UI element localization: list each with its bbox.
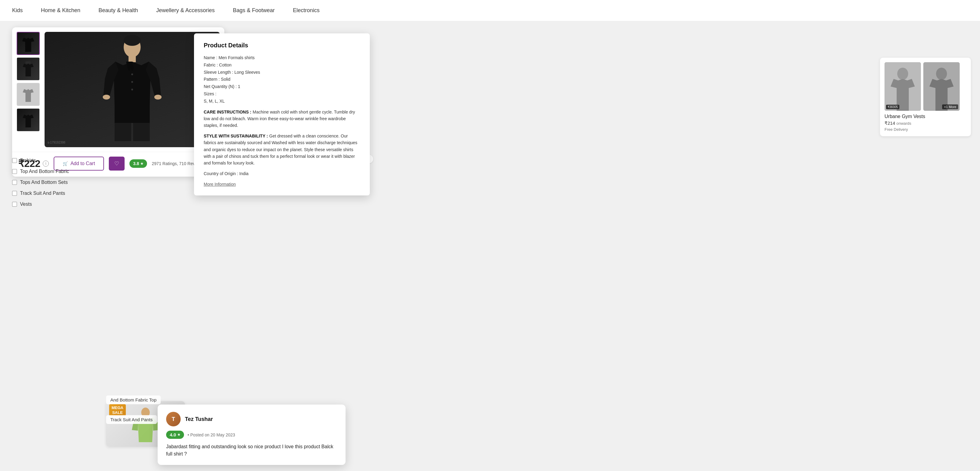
- nav-bags-footwear[interactable]: Bags & Footwear: [233, 7, 275, 14]
- review-popup: T Tez Tushar 4.0 ★ • Posted on 20 May 20…: [158, 404, 345, 465]
- review-text: Jabardast fitting and outstanding look s…: [166, 443, 337, 458]
- review-rating-row: 4.0 ★ • Posted on 20 May 2023: [166, 431, 337, 439]
- filter-track-suit-label: Track Suit And Pants: [20, 191, 65, 196]
- detail-origin: Country of Origin : India: [204, 170, 360, 177]
- detail-sizes-label: Sizes :: [204, 91, 360, 98]
- wishlist-button[interactable]: ♡: [109, 156, 124, 171]
- main-product-image[interactable]: ↔ STRETCH: [45, 32, 220, 147]
- navbar: Kids Home & Kitchen Beauty & Health Jewe…: [0, 0, 980, 21]
- rating-value: 3.8: [133, 161, 139, 166]
- svg-point-3: [124, 35, 141, 46]
- product-details-popup: Product Details Name : Men Formals shirt…: [194, 34, 370, 195]
- svg-point-11: [154, 95, 162, 99]
- nav-kids[interactable]: Kids: [12, 7, 23, 14]
- review-date: • Posted on 20 May 2023: [188, 433, 235, 437]
- heart-icon: ♡: [114, 161, 119, 167]
- rating-star-icon: ★: [140, 162, 143, 166]
- detail-quantity: Net Quantity (N) : 1: [204, 83, 360, 91]
- filter-tops-bottom-sets-label: Tops And Bottom Sets: [20, 180, 68, 185]
- style-title: STYLE WITH SUSTAINABILITY :: [204, 134, 268, 138]
- right-price-value: ₹214: [885, 120, 895, 126]
- right-free-delivery: Free Delivery: [885, 127, 966, 132]
- product-image-section: ↔ STRETCH: [12, 27, 224, 152]
- right-product-price: ₹214 onwards: [885, 120, 966, 126]
- style-section: STYLE WITH SUSTAINABILITY : Get dressed …: [204, 133, 360, 167]
- detail-fabric: Fabric : Cotton: [204, 62, 360, 69]
- filter-tshirts-label: T-shirts: [20, 158, 36, 163]
- filter-tops-bottom-sets[interactable]: Tops And Bottom Sets: [12, 180, 69, 185]
- sale-label: SALE: [111, 410, 123, 415]
- product-details-title: Product Details: [204, 42, 360, 49]
- reviewer-avatar: T: [166, 412, 181, 426]
- mega-sale-badge: MEGA SALE: [109, 404, 126, 416]
- right-product-images: ₹38305 +1 More: [885, 62, 966, 111]
- filter-tshirts-checkbox[interactable]: [12, 158, 17, 163]
- detail-sizes-value: S, M, L, XL: [204, 98, 360, 105]
- reviewer-name: Tez Tushar: [185, 416, 213, 422]
- filter-tshirts[interactable]: T-shirts: [12, 158, 69, 163]
- svg-rect-9: [133, 123, 150, 141]
- right-product-name: Urbane Gym Vests: [885, 114, 966, 119]
- filter-track-suit[interactable]: Track Suit And Pants: [12, 191, 69, 196]
- right-img-2[interactable]: +1 More: [923, 62, 960, 111]
- care-title: CARE INSTRUCTIONS :: [204, 110, 251, 114]
- review-rating-value: 4.0: [170, 432, 176, 437]
- filter-vests[interactable]: Vests: [12, 201, 69, 207]
- thumbnail-1[interactable]: [17, 32, 40, 55]
- product-rating-badge: 3.8 ★: [129, 159, 147, 168]
- svg-rect-8: [115, 123, 131, 141]
- filter-vests-label: Vests: [20, 201, 32, 207]
- thumbnail-4[interactable]: [17, 109, 40, 131]
- svg-point-7: [131, 89, 133, 91]
- svg-rect-1: [25, 61, 31, 64]
- detail-sleeve: Sleeve Length : Long Sleeves: [204, 69, 360, 76]
- filter-track-suit-checkbox[interactable]: [12, 191, 17, 196]
- track-suit-label: Track Suit And Pants: [106, 415, 157, 424]
- svg-rect-4: [129, 56, 136, 62]
- filter-top-bottom-fabric-label: Top And Bottom Fabric: [20, 169, 69, 174]
- svg-point-10: [103, 95, 110, 99]
- sidebar-filters: T-shirts Top And Bottom Fabric Tops And …: [12, 158, 69, 212]
- more-info-link[interactable]: More Information: [204, 182, 236, 187]
- product-image-bg: [45, 32, 220, 147]
- detail-name: Name : Men Formals shirts: [204, 54, 360, 62]
- svg-point-13: [897, 68, 908, 80]
- more-badge: +1 More: [942, 104, 958, 109]
- filter-tops-bottom-sets-checkbox[interactable]: [12, 180, 17, 185]
- svg-point-6: [131, 81, 133, 83]
- main-content: ↔ STRETCH: [0, 21, 980, 471]
- svg-rect-0: [25, 35, 31, 38]
- svg-point-15: [936, 68, 947, 80]
- filter-top-bottom-fabric[interactable]: Top And Bottom Fabric: [12, 169, 69, 174]
- review-star-icon: ★: [177, 433, 180, 437]
- right-img-1[interactable]: ₹38305: [885, 62, 921, 111]
- right-product-card: ₹38305 +1 More Urbane Gym Vests ₹214 onw…: [880, 57, 971, 136]
- product-panel: ↔ STRETCH: [12, 27, 224, 177]
- reviewer-initials: T: [172, 416, 175, 422]
- mega-label: MEGA: [111, 406, 123, 410]
- thumbnail-3[interactable]: [17, 83, 40, 106]
- svg-point-5: [131, 73, 133, 75]
- detail-pattern: Pattern : Solid: [204, 76, 360, 83]
- review-rating-badge: 4.0 ★: [166, 431, 184, 439]
- filter-vests-checkbox[interactable]: [12, 202, 17, 207]
- bottom-fabric-label: And Bottom Fabric Top: [106, 396, 161, 404]
- right-onwards: onwards: [896, 121, 911, 126]
- thumbnail-list: [17, 32, 41, 147]
- product-watermark: s-179192398: [48, 141, 65, 144]
- nav-beauty-health[interactable]: Beauty & Health: [99, 7, 138, 14]
- filter-top-bottom-fabric-checkbox[interactable]: [12, 169, 17, 174]
- thumbnail-2[interactable]: [17, 57, 40, 80]
- care-instructions-section: CARE INSTRUCTIONS : Machine wash cold wi…: [204, 109, 360, 129]
- nav-jewellery[interactable]: Jewellery & Accessories: [156, 7, 215, 14]
- reviewer-header: T Tez Tushar: [166, 412, 337, 426]
- nav-electronics[interactable]: Electronics: [293, 7, 320, 14]
- nav-home-kitchen[interactable]: Home & Kitchen: [41, 7, 80, 14]
- add-to-cart-label: Add to Cart: [70, 161, 95, 166]
- right-img-badge: ₹38305: [886, 105, 899, 109]
